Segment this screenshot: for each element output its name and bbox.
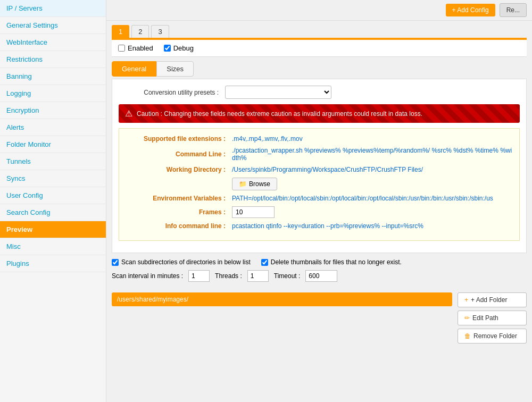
supported-row: Supported file extensions : .m4v,.mp4,.w… xyxy=(126,135,513,143)
enabled-debug-row: Enabled Debug xyxy=(112,40,527,57)
folder-icon: 📁 xyxy=(239,180,247,188)
sidebar-item-restrictions[interactable]: Restrictions xyxy=(0,51,106,68)
sidebar-item-folder-monitor[interactable]: Folder Monitor xyxy=(0,136,106,153)
add-config-button[interactable]: + Add Config xyxy=(446,4,495,16)
bottom-section: Scan subdirectories of directories in be… xyxy=(106,258,532,292)
timeout-input[interactable] xyxy=(305,270,337,282)
frames-row: Frames : xyxy=(126,206,513,218)
content-area: Conversion utility presets : ⚠ Caution :… xyxy=(112,79,527,253)
frames-label: Frames : xyxy=(126,208,232,216)
folder-list: /users/shared/myimages/ xyxy=(112,292,452,344)
enabled-checkbox[interactable] xyxy=(118,45,125,52)
sidebar-item-tunnels[interactable]: Tunnels xyxy=(0,153,106,170)
debug-label[interactable]: Debug xyxy=(164,44,194,52)
sidebar-item-encryption[interactable]: Encryption xyxy=(0,102,106,119)
sidebar-item-plugins[interactable]: Plugins xyxy=(0,255,106,272)
env-vars-label: Environment Variables : xyxy=(126,195,232,202)
top-bar: + Add Config Re... xyxy=(106,0,532,21)
working-dir-row: Working Directory : /Users/spinkb/Progra… xyxy=(126,166,513,173)
sidebar-item-misc[interactable]: Misc xyxy=(0,238,106,255)
folder-item[interactable]: /users/shared/myimages/ xyxy=(112,292,452,306)
browse-button[interactable]: 📁 Browse xyxy=(232,178,277,190)
conversion-preset-select[interactable] xyxy=(225,86,331,99)
add-folder-button[interactable]: + + Add Folder xyxy=(458,292,527,307)
command-line-row: Command Line : ./pcastaction_wrapper.sh … xyxy=(126,147,513,162)
caution-text: Caution : Changing these fields needs ex… xyxy=(137,110,422,118)
sidebar-item-logging[interactable]: Logging xyxy=(0,85,106,102)
checkbox-row: Scan subdirectories of directories in be… xyxy=(112,258,527,266)
conversion-row: Conversion utility presets : xyxy=(119,86,520,99)
threads-label: Threads : xyxy=(215,272,242,280)
inner-tabs: General Sizes xyxy=(112,61,527,77)
info-cmd-row: Info command line : pcastaction qtinfo -… xyxy=(126,222,513,230)
enabled-label[interactable]: Enabled xyxy=(118,44,153,52)
delete-thumbs-label[interactable]: Delete thumbnails for files that no long… xyxy=(261,258,402,266)
conversion-label: Conversion utility presets : xyxy=(119,89,225,96)
folder-buttons: + + Add Folder ✏ Edit Path 🗑 Remove Fold… xyxy=(458,292,527,344)
config-tab-2[interactable]: 2 xyxy=(131,25,149,38)
working-dir-value: /Users/spinkb/Programming/Workspace/Crus… xyxy=(232,166,423,173)
folder-section: /users/shared/myimages/ + + Add Folder ✏… xyxy=(106,292,532,344)
caution-box: ⚠ Caution : Changing these fields needs … xyxy=(119,104,520,123)
add-icon: + xyxy=(464,296,468,304)
sidebar: IP / Servers General Settings WebInterfa… xyxy=(0,0,106,402)
scan-subdirs-checkbox[interactable] xyxy=(112,259,119,266)
sidebar-item-user-config[interactable]: User Config xyxy=(0,187,106,204)
delete-thumbs-checkbox[interactable] xyxy=(261,259,268,266)
main-content: + Add Config Re... 1 2 3 Enabled Debug G… xyxy=(106,0,532,402)
timeout-label: Timeout : xyxy=(274,272,301,280)
env-vars-value: PATH=/opt/local/bin:/opt/local/sbin:/opt… xyxy=(232,195,493,202)
warning-icon: ⚠ xyxy=(125,108,132,119)
debug-checkbox[interactable] xyxy=(164,45,171,52)
remove-folder-button[interactable]: 🗑 Remove Folder xyxy=(458,329,527,344)
scan-interval-input[interactable] xyxy=(188,270,210,282)
sidebar-item-preview[interactable]: Preview xyxy=(0,221,106,238)
scan-subdirs-label[interactable]: Scan subdirectories of directories in be… xyxy=(112,258,251,266)
scan-interval-label: Scan interval in minutes : xyxy=(112,272,183,280)
remove-icon: 🗑 xyxy=(464,332,471,340)
threads-input[interactable] xyxy=(247,270,269,282)
sidebar-item-webinterface[interactable]: WebInterface xyxy=(0,34,106,51)
supported-value: .m4v,.mp4,.wmv,.flv,.mov xyxy=(232,135,303,143)
remove-button[interactable]: Re... xyxy=(500,3,527,17)
edit-path-button[interactable]: ✏ Edit Path xyxy=(458,311,527,325)
sidebar-item-banning[interactable]: Banning xyxy=(0,68,106,85)
info-cmd-label: Info command line : xyxy=(126,222,232,230)
supported-label: Supported file extensions : xyxy=(126,135,232,143)
tab-sizes[interactable]: Sizes xyxy=(156,61,194,77)
tab-general[interactable]: General xyxy=(112,61,156,77)
info-cmd-value: pcastaction qtinfo --key=duration --prb=… xyxy=(232,222,423,230)
sidebar-item-syncs[interactable]: Syncs xyxy=(0,170,106,187)
sidebar-item-alerts[interactable]: Alerts xyxy=(0,119,106,136)
env-vars-row: Environment Variables : PATH=/opt/local/… xyxy=(126,195,513,202)
sidebar-item-search-config[interactable]: Search Config xyxy=(0,204,106,221)
browse-row: 📁 Browse xyxy=(126,178,513,190)
yellow-section: Supported file extensions : .m4v,.mp4,.w… xyxy=(119,128,520,241)
config-tab-3[interactable]: 3 xyxy=(151,25,169,38)
sidebar-item-general-settings[interactable]: General Settings xyxy=(0,17,106,34)
scan-row: Scan interval in minutes : Threads : Tim… xyxy=(112,270,527,282)
edit-icon: ✏ xyxy=(464,314,470,322)
config-tab-1[interactable]: 1 xyxy=(112,25,129,38)
working-dir-label: Working Directory : xyxy=(126,166,232,173)
sidebar-item-ip-servers[interactable]: IP / Servers xyxy=(0,0,106,17)
frames-input[interactable] xyxy=(232,206,275,218)
config-tabs: 1 2 3 xyxy=(106,21,532,38)
command-line-label: Command Line : xyxy=(126,150,232,158)
command-line-value: ./pcastaction_wrapper.sh %previews% %pre… xyxy=(232,147,513,162)
